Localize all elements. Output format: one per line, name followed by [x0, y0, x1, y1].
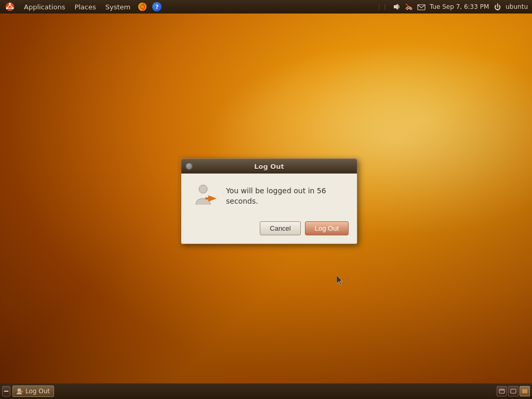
network-svg [405, 3, 413, 11]
dialog-close-button[interactable] [185, 163, 193, 170]
dialog-message: You will be logged out in 56 seconds. [226, 186, 347, 206]
help-button[interactable]: ? [150, 0, 164, 14]
taskbar-minimize-btn[interactable] [2, 386, 10, 396]
svg-point-1 [9, 3, 11, 5]
svg-rect-18 [511, 389, 516, 393]
svg-point-6 [141, 5, 144, 8]
system-label: System [105, 3, 130, 11]
firefox-button[interactable] [136, 0, 149, 14]
svg-rect-19 [522, 389, 527, 393]
panel-right: ⋮⋮ [377, 3, 532, 11]
datetime[interactable]: Tue Sep 7, 6:33 PM [430, 3, 489, 10]
mail-icon[interactable] [417, 3, 425, 11]
applications-menu[interactable]: Applications [20, 0, 69, 14]
mouse-cursor [337, 275, 343, 285]
system-menu[interactable]: System [101, 0, 135, 14]
logout-button[interactable]: Log Out [305, 221, 349, 235]
power-icon[interactable]: ⏻ [493, 3, 501, 11]
network-icon[interactable] [405, 3, 413, 11]
dialog-title: Log Out [254, 163, 284, 170]
taskbar-btn-3[interactable] [520, 386, 530, 396]
svg-line-8 [406, 4, 412, 10]
panel-left: Applications Places System ? [0, 0, 164, 14]
svg-point-10 [199, 185, 207, 193]
bottom-panel: Log Out [0, 383, 532, 399]
taskbar-window-label: Log Out [25, 388, 50, 395]
minimize-icon [4, 389, 9, 394]
places-label: Places [74, 3, 96, 11]
dialog-titlebar: Log Out [181, 159, 357, 174]
svg-rect-13 [4, 391, 8, 392]
logout-dialog: Log Out You will be logged out in 56 sec… [181, 158, 357, 244]
ubuntu-logo-button[interactable] [1, 0, 19, 14]
taskbar-logout-icon [16, 388, 23, 395]
applications-label: Applications [24, 3, 65, 11]
taskbar-btn-2[interactable] [508, 386, 518, 396]
volume-svg [392, 3, 401, 11]
dialog-icon [192, 184, 219, 209]
cancel-button[interactable]: Cancel [260, 221, 300, 235]
mail-svg [417, 3, 425, 11]
svg-rect-17 [499, 389, 504, 391]
top-panel: Applications Places System ? [0, 0, 532, 14]
places-menu[interactable]: Places [70, 0, 100, 14]
separator-dots: ⋮⋮ [377, 4, 388, 10]
dialog-buttons: Cancel Log Out [181, 217, 357, 244]
cursor-svg [337, 275, 343, 285]
taskbar-btn-1[interactable] [497, 386, 507, 396]
taskbar-logout-window[interactable]: Log Out [12, 385, 54, 397]
svg-marker-7 [394, 4, 398, 10]
taskbar-right [497, 386, 530, 396]
desktop: Applications Places System ? [0, 0, 532, 399]
dialog-body: You will be logged out in 56 seconds. [181, 174, 357, 217]
ubuntu-icon [5, 2, 15, 11]
taskbar-icon-2 [510, 389, 516, 394]
help-icon: ? [152, 2, 162, 11]
user-logout-icon [192, 184, 219, 209]
firefox-icon [138, 2, 147, 11]
username[interactable]: ubuntu [506, 3, 528, 10]
taskbar-icon-1 [499, 389, 505, 394]
taskbar-icon-3 [522, 389, 528, 394]
volume-icon[interactable] [392, 3, 401, 11]
svg-marker-12 [337, 275, 342, 285]
